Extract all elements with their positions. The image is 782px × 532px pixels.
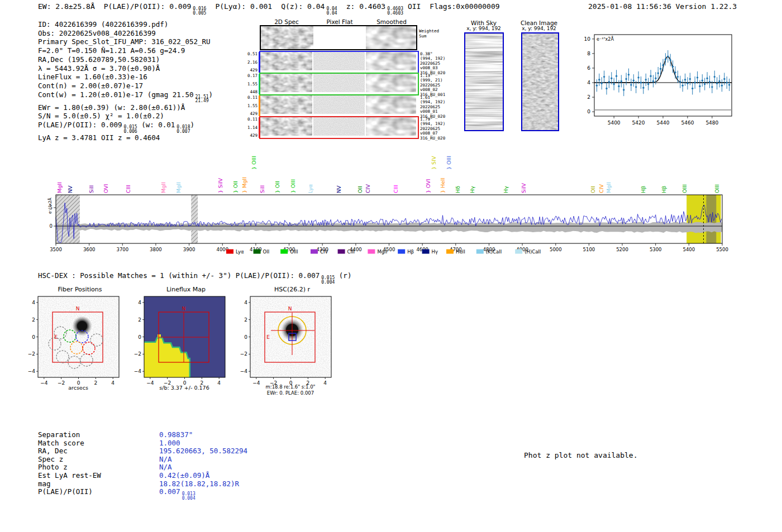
- weighted-sum-row: [260, 25, 417, 50]
- header-z-type: OII: [408, 2, 421, 11]
- svg-text:NV: NV: [67, 185, 73, 193]
- svg-text:−4: −4: [134, 368, 142, 374]
- info-contw-b: ): [209, 90, 213, 99]
- svg-text:OII: OII: [263, 249, 270, 255]
- svg-text:5440: 5440: [657, 120, 670, 126]
- col-header-pixelflat: Pixel Flat: [314, 18, 365, 25]
- hsc-cutout-plot: −4−4−2−2002244 N E m:18.8 re:1.6" s:1.0"…: [236, 294, 338, 399]
- svg-text:Hβ: Hβ: [407, 249, 414, 255]
- row-weight: 0.51: [247, 52, 258, 56]
- svg-text:MgII: MgII: [56, 182, 63, 193]
- match-label: P(LAE)/P(OII): [38, 488, 159, 500]
- svg-text:(H)CaII: (H)CaII: [524, 249, 541, 255]
- svg-text:} OIII: } OIII: [446, 156, 452, 170]
- line-fit-plot: 540054205440546054800246810e⁻¹⁷x2Å: [575, 27, 737, 138]
- svg-text:Lyα: Lyα: [307, 184, 313, 193]
- clean-noise: [522, 33, 558, 130]
- svg-text:5100: 5100: [583, 247, 595, 252]
- row-annotation: 0.38"(994, 192)20220625v008_03316_RU_020: [420, 52, 445, 73]
- lineflux-map-plot: −4−4−2−2002244 N s/b: 3.37 +/- 0.176: [130, 294, 232, 399]
- svg-text:OIII: OIII: [681, 184, 688, 193]
- svg-text:Hβ: Hβ: [661, 186, 667, 193]
- east-label: E: [266, 334, 270, 340]
- svg-text:4: 4: [244, 300, 247, 305]
- match-label: Spec z: [38, 456, 159, 464]
- row-weights: 0.111.14429: [247, 117, 259, 138]
- row-pixelflat-image: [313, 117, 365, 136]
- header-flags: Flags:0x00000009: [430, 2, 499, 11]
- svg-text:0: 0: [587, 109, 590, 114]
- svg-text:−4: −4: [146, 380, 154, 386]
- row-weight: 429: [247, 68, 258, 73]
- svg-text:} HeII: } HeII: [440, 178, 446, 193]
- info-plae-a: P(LAE)/P(OII): 0.009: [38, 121, 122, 129]
- header-z: z: 0.4603: [346, 2, 385, 11]
- svg-text:5400: 5400: [683, 247, 695, 252]
- svg-text:CIII: CIII: [393, 185, 399, 193]
- row-annotation: 1.13"(999, 21)20220625v008_02316_RU_001: [420, 74, 445, 94]
- svg-text:2: 2: [244, 317, 247, 323]
- svg-text:4: 4: [587, 80, 590, 85]
- header-z-range: 0.46030.4603: [387, 7, 403, 15]
- svg-text:6: 6: [587, 65, 590, 71]
- info-obs: Obs: 20220625v008_4022616399: [38, 29, 213, 38]
- svg-text:Hβ: Hβ: [640, 186, 646, 193]
- lineflux-map-title: Lineflux Map: [141, 286, 231, 293]
- svg-text:3700: 3700: [116, 247, 128, 252]
- svg-text:e⁻¹⁷x2Å: e⁻¹⁷x2Å: [597, 36, 614, 42]
- svg-text:2: 2: [587, 94, 590, 100]
- row-pixelflat-image: [313, 95, 365, 114]
- svg-text:OVI: OVI: [103, 184, 109, 193]
- svg-text:OII: OII: [357, 186, 363, 193]
- svg-text:4: 4: [323, 380, 327, 386]
- lineflux-caption: s/b: 3.37 +/- 0.176: [159, 385, 209, 391]
- north-label: N: [288, 306, 292, 311]
- svg-text:} OII: } OII: [232, 181, 239, 193]
- col-header-smoothed: Smoothed: [366, 18, 417, 25]
- info-plae-c: ): [190, 121, 194, 129]
- match-label: Match score: [38, 439, 159, 448]
- withsky-coords: x, y: 994, 192: [461, 26, 506, 31]
- row-strips: [260, 74, 418, 94]
- svg-text:−2: −2: [134, 351, 141, 357]
- clean-image: [521, 32, 559, 131]
- match-label: mag: [38, 480, 159, 488]
- hscdex-range: 0.0150.004: [321, 276, 335, 284]
- info-lambda: λ = 5443.92Å σ = 3.70(±0.90)Å: [38, 64, 213, 73]
- svg-text:−4: −4: [240, 368, 248, 374]
- match-value: 1.000: [159, 439, 247, 448]
- svg-text:MgII: MgII: [175, 182, 182, 193]
- svg-text:−4: −4: [28, 368, 36, 374]
- match-value: 195.620663, 50.582294: [159, 447, 247, 456]
- info-id: ID: 4022616399 (4022616399.pdf): [38, 20, 213, 29]
- header-z-lo: 0.4603: [387, 11, 403, 16]
- svg-text:Hγ: Hγ: [469, 186, 475, 193]
- svg-text:MgII: MgII: [605, 182, 612, 193]
- row-2dspec-image: [260, 95, 312, 114]
- row-strips: [260, 95, 418, 116]
- east-label: E: [54, 334, 58, 340]
- match-value: 0.98837": [159, 431, 247, 439]
- north-label: N: [182, 306, 186, 311]
- svg-text:2: 2: [32, 317, 35, 323]
- info-contn: Cont(n) = 2.00(±0.07)e-17: [38, 82, 213, 90]
- weighted-gap: [313, 26, 366, 49]
- hscdex-band: (r): [339, 271, 352, 280]
- row-2dspec-image: [260, 117, 312, 136]
- svg-text:2: 2: [138, 317, 141, 323]
- svg-text:−2: −2: [28, 351, 35, 357]
- svg-text:SiIV: SiIV: [521, 183, 527, 193]
- header-ew: EW: 2.8±25.8Å: [38, 2, 95, 11]
- header-datetime-version: 2025-01-08 11:56:36 Version 1.22.3: [588, 2, 737, 11]
- weighted-sum-label-2: Sum: [419, 34, 439, 39]
- info-plae-b: (w: 0.01: [141, 121, 175, 129]
- spec2d-row: 0.111.55429 1.61"(994, 192)20220625v008_…: [247, 95, 445, 116]
- svg-text:−2: −2: [58, 380, 65, 386]
- galaxy-core: [77, 321, 87, 331]
- match-value: 0.0070.0130.004: [159, 488, 247, 500]
- row-smoothed-image: [366, 74, 416, 92]
- row-smoothed-image: [366, 117, 416, 136]
- match-value: 18.82(18.82,18.82)R: [159, 480, 247, 488]
- svg-text:CIV: CIV: [598, 184, 604, 193]
- svg-text:OIII: OIII: [290, 249, 298, 255]
